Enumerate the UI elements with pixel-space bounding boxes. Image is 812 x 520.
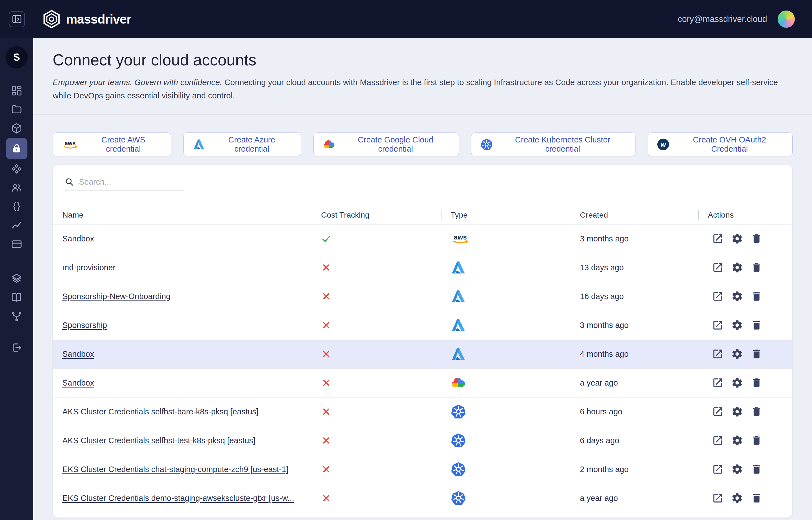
sidebar-item-docs[interactable]	[0, 288, 33, 307]
configure-credential-button[interactable]	[731, 463, 743, 475]
open-credential-button[interactable]	[712, 233, 724, 245]
type-cell	[441, 490, 571, 506]
cost-tracking-cell	[312, 320, 441, 330]
sidebar-item-projects[interactable]	[0, 100, 33, 119]
credential-name-link[interactable]: Sponsorship	[62, 321, 107, 330]
actions-cell	[698, 319, 792, 331]
sidebar-item-metrics[interactable]	[0, 216, 33, 235]
credential-name-link[interactable]: Sandbox	[62, 234, 94, 243]
cost-tracking-cell	[312, 234, 441, 244]
configure-credential-button[interactable]	[731, 434, 743, 446]
trash-icon	[751, 290, 762, 302]
search-input[interactable]	[78, 177, 184, 187]
credential-name-link[interactable]: EKS Cluster Credentials demo-staging-aws…	[62, 494, 294, 503]
configure-credential-button[interactable]	[731, 261, 743, 274]
sidebar-item-credentials[interactable]	[6, 138, 27, 159]
open-credential-button[interactable]	[712, 406, 724, 418]
open-credential-button[interactable]	[712, 434, 724, 446]
actions-cell	[698, 348, 792, 360]
type-cell	[441, 346, 571, 362]
credential-name-link[interactable]: Sandbox	[62, 349, 94, 359]
sidebar-item-teams[interactable]	[0, 178, 33, 197]
sidebar-item-modules[interactable]	[0, 159, 33, 178]
created-cell: 2 months ago	[571, 465, 699, 474]
open-in-new-icon	[712, 233, 724, 244]
sidebar-item-branches[interactable]	[0, 307, 33, 326]
configure-credential-button[interactable]	[731, 406, 743, 418]
open-in-new-icon	[712, 377, 724, 389]
created-cell: a year ago	[571, 379, 699, 388]
credential-name-link[interactable]: md-provisioner	[62, 263, 115, 272]
delete-credential-button[interactable]	[751, 319, 763, 331]
sidebar-item-packages[interactable]	[0, 119, 33, 138]
configure-credential-button[interactable]	[731, 233, 743, 245]
page-title: Connect your cloud accounts	[53, 51, 793, 69]
trash-icon	[751, 319, 762, 331]
delete-credential-button[interactable]	[751, 290, 763, 303]
sidebar-item-code[interactable]	[0, 197, 33, 216]
configure-credential-button[interactable]	[731, 492, 743, 504]
delete-credential-button[interactable]	[751, 348, 763, 360]
configure-credential-button[interactable]	[731, 377, 743, 389]
create-azure-credential-label: Create Azure credential	[212, 135, 292, 154]
created-cell: a year ago	[571, 494, 699, 503]
open-credential-button[interactable]	[712, 463, 724, 475]
open-credential-button[interactable]	[712, 290, 724, 303]
credentials-table-body: Sandbox aws 3 months ago	[53, 224, 792, 513]
open-credential-button[interactable]	[712, 377, 724, 389]
open-in-new-icon	[712, 348, 724, 360]
create-kubernetes-credential-button[interactable]: Create Kubernetes Cluster credential	[471, 132, 635, 156]
name-cell: AKS Cluster Credentials selfhst-bare-k8s…	[53, 407, 312, 416]
delete-credential-button[interactable]	[751, 492, 763, 504]
delete-credential-button[interactable]	[751, 463, 763, 475]
delete-credential-button[interactable]	[751, 434, 763, 446]
delete-credential-button[interactable]	[751, 261, 763, 274]
open-credential-button[interactable]	[712, 261, 724, 274]
create-google-cloud-credential-button[interactable]: Create Google Cloud credential	[314, 132, 459, 156]
workspace-avatar[interactable]: S	[5, 46, 28, 69]
open-credential-button[interactable]	[712, 492, 724, 504]
credential-name-link[interactable]: EKS Cluster Credentials chat-staging-com…	[62, 465, 289, 474]
delete-credential-button[interactable]	[751, 233, 763, 245]
open-credential-button[interactable]	[712, 319, 724, 331]
search-row	[53, 165, 792, 190]
create-ovh-credential-button[interactable]: w Create OVH OAuth2 Credential	[648, 132, 793, 156]
configure-credential-button[interactable]	[731, 290, 743, 303]
aws-type-icon: aws	[451, 233, 470, 245]
type-cell: aws	[441, 233, 571, 245]
sidebar-toggle-icon	[11, 14, 23, 25]
settings-gear-icon	[731, 290, 743, 302]
sidebar-toggle-button[interactable]	[9, 11, 25, 27]
settings-gear-icon	[731, 233, 743, 244]
create-aws-credential-button[interactable]: aws Create AWS credential	[53, 132, 171, 156]
open-credential-button[interactable]	[712, 348, 724, 360]
cost-tracking-cell	[312, 464, 441, 474]
sidebar-item-billing[interactable]	[0, 235, 33, 254]
configure-credential-button[interactable]	[731, 319, 743, 331]
actions-cell	[698, 377, 792, 389]
delete-credential-button[interactable]	[751, 377, 763, 389]
azure-type-icon	[451, 260, 466, 275]
credential-name-link[interactable]: Sandbox	[62, 379, 94, 388]
cost-tracking-cell	[312, 493, 441, 503]
sidebar-item-layers[interactable]	[0, 269, 33, 288]
configure-credential-button[interactable]	[731, 348, 743, 360]
name-cell: AKS Cluster Credentials selfhst-test-k8s…	[53, 436, 312, 445]
delete-credential-button[interactable]	[751, 406, 763, 418]
column-header-actions: Actions	[698, 206, 792, 224]
azure-type-icon	[451, 317, 466, 333]
subtitle-emphasis: Empower your teams. Govern with confiden…	[53, 78, 222, 87]
cost-tracking-cell	[312, 262, 441, 272]
user-avatar[interactable]	[778, 10, 795, 28]
credential-name-link[interactable]: AKS Cluster Credentials selfhst-test-k8s…	[62, 436, 255, 445]
sidebar-item-dashboard[interactable]	[0, 81, 33, 100]
logout-icon	[11, 342, 23, 354]
create-azure-credential-button[interactable]: Create Azure credential	[184, 132, 301, 156]
user-email: cory@massdriver.cloud	[678, 14, 767, 24]
sidebar-item-logout[interactable]	[0, 338, 33, 357]
credential-name-link[interactable]: AKS Cluster Credentials selfhst-bare-k8s…	[62, 407, 259, 416]
line-chart-icon	[11, 219, 23, 231]
brand-name: massdriver	[66, 11, 131, 27]
credential-name-link[interactable]: Sponsorship-New-Onboarding	[62, 292, 170, 301]
name-cell: Sandbox	[53, 349, 312, 359]
